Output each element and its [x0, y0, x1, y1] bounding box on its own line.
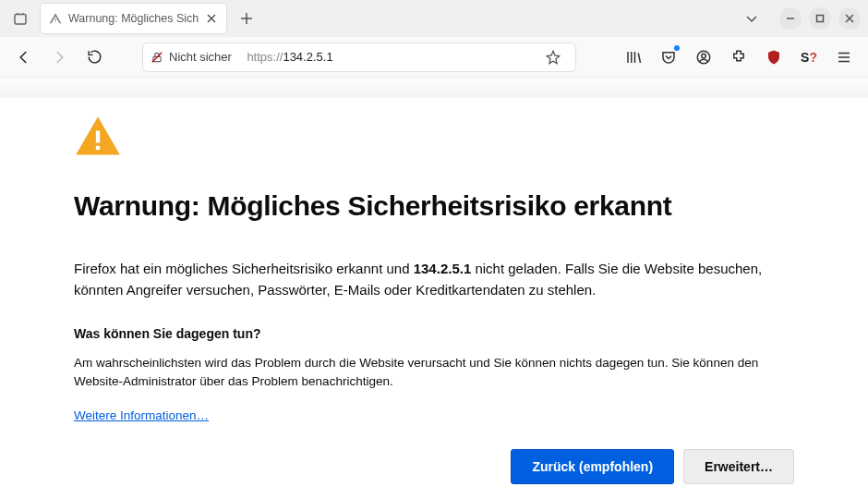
svg-point-5 [702, 54, 706, 58]
library-icon[interactable] [619, 43, 648, 72]
account-icon[interactable] [689, 43, 718, 72]
toolbar-extension-icons: S? [619, 43, 859, 72]
separator [237, 49, 241, 66]
back-button[interactable] [9, 43, 39, 72]
svg-rect-6 [96, 131, 100, 143]
error-page-content: Warnung: Mögliches Sicherheitsrisiko erk… [0, 98, 868, 484]
bookmark-star-icon[interactable] [538, 43, 568, 72]
action-buttons: Zurück (empfohlen) Erweitert… [74, 449, 794, 484]
warning-triangle-icon [74, 113, 122, 161]
app-menu-icon[interactable] [829, 43, 859, 72]
warning-icon [48, 11, 63, 26]
bookmarks-bar [0, 78, 868, 98]
go-back-button[interactable]: Zurück (empfohlen) [511, 449, 674, 484]
nav-toolbar: Nicht sicher https://134.2.5.1 S? [0, 37, 868, 78]
browser-tab[interactable]: Warnung: Mögliches Sich [41, 4, 226, 33]
address-bar[interactable]: Nicht sicher https://134.2.5.1 [142, 43, 576, 72]
window-controls [779, 7, 861, 30]
maximize-button[interactable] [809, 7, 831, 30]
url-host: 134.2.5.1 [283, 50, 332, 64]
svg-rect-0 [15, 15, 26, 25]
forward-button[interactable] [44, 43, 74, 72]
advanced-button[interactable]: Erweitert… [683, 449, 794, 484]
close-tab-icon[interactable] [204, 11, 219, 26]
svg-rect-7 [96, 146, 100, 150]
minimize-button[interactable] [779, 7, 802, 30]
titlebar: Warnung: Mögliches Sich [0, 0, 868, 37]
lead-host: 134.2.5.1 [414, 261, 472, 276]
more-info-link[interactable]: Weitere Informationen… [74, 408, 209, 422]
lead-paragraph: Firefox hat ein mögliches Sicherheitsris… [74, 259, 794, 300]
what-to-do-heading: Was können Sie dagegen tun? [74, 326, 794, 341]
ublock-icon[interactable] [759, 43, 789, 72]
tab-title: Warnung: Mögliches Sich [68, 12, 199, 25]
list-tabs-icon[interactable] [742, 9, 761, 28]
security-label: Nicht sicher [169, 50, 232, 64]
url-scheme: https:// [247, 50, 283, 64]
svg-rect-1 [817, 16, 824, 22]
notification-dot [674, 45, 680, 51]
insecure-lock-icon [151, 51, 163, 64]
close-window-button[interactable] [838, 7, 861, 30]
extension-s-icon[interactable]: S? [794, 43, 824, 72]
reload-button[interactable] [79, 43, 109, 72]
new-tab-button[interactable] [234, 6, 259, 31]
url-display: https://134.2.5.1 [247, 50, 332, 64]
what-to-do-body: Am wahrscheinlichsten wird das Problem d… [74, 354, 794, 390]
page-heading: Warnung: Mögliches Sicherheitsrisiko erk… [74, 190, 794, 222]
pocket-icon[interactable] [654, 43, 683, 72]
lead-pre: Firefox hat ein mögliches Sicherheitsris… [74, 261, 414, 276]
extensions-icon[interactable] [724, 43, 753, 72]
workspaces-icon[interactable] [7, 6, 33, 31]
